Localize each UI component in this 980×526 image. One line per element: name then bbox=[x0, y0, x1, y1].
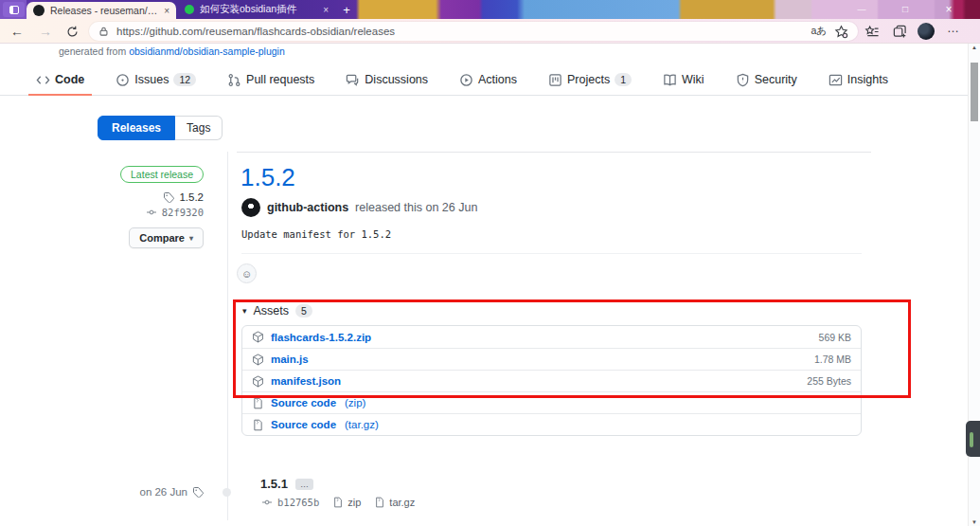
tag-icon bbox=[192, 486, 204, 498]
github-page: generated from obsidianmd/obsidian-sampl… bbox=[0, 44, 968, 526]
site-favicon bbox=[185, 5, 194, 14]
asset-row: Source code (zip) bbox=[242, 391, 861, 413]
projects-icon bbox=[548, 73, 562, 87]
close-tab-icon[interactable]: × bbox=[164, 6, 169, 16]
prev-release-title: 1.5.1 … bbox=[260, 477, 313, 491]
asset-size: 255 Bytes bbox=[807, 375, 851, 387]
lock-icon bbox=[98, 26, 109, 37]
translate-icon[interactable]: aあ bbox=[811, 25, 827, 38]
scroll-down-icon[interactable]: ▼ bbox=[969, 519, 980, 525]
new-tab-button[interactable]: + bbox=[338, 1, 355, 18]
repo-nav: Code Issues 12 Pull requests Discussions… bbox=[0, 64, 968, 96]
forward-button: → bbox=[36, 23, 55, 40]
prev-commit[interactable]: b12765b bbox=[260, 497, 319, 508]
reaction-button[interactable]: ☺ bbox=[237, 263, 257, 283]
tab-insights[interactable]: Insights bbox=[821, 64, 896, 95]
maximize-button[interactable]: □ bbox=[890, 0, 920, 18]
release-commit[interactable]: 82f9320 bbox=[145, 207, 204, 218]
file-zip-icon bbox=[252, 397, 264, 409]
tab-pull-requests[interactable]: Pull requests bbox=[220, 64, 322, 95]
tags-button[interactable]: Tags bbox=[175, 116, 223, 140]
file-zip-icon bbox=[374, 497, 385, 508]
chevron-down-icon: ▾ bbox=[189, 234, 193, 243]
prev-targz-asset[interactable]: tar.gz bbox=[374, 497, 415, 508]
file-zip-icon bbox=[332, 497, 344, 508]
release-date-text: released this on 26 Jun bbox=[355, 201, 477, 214]
scroll-up-icon[interactable]: ▲ bbox=[969, 45, 980, 50]
prev-release-link[interactable]: 1.5.1 bbox=[260, 477, 288, 491]
assets-count-badge: 5 bbox=[295, 304, 312, 317]
sample-plugin-link[interactable]: obsidianmd/obsidian-sample-plugin bbox=[129, 45, 285, 57]
tab-actions[interactable]: Actions bbox=[452, 64, 525, 95]
release-author[interactable]: github-actions bbox=[267, 201, 348, 214]
release-notes: Update manifest for 1.5.2 bbox=[241, 228, 391, 240]
prev-zip-asset[interactable]: zip bbox=[332, 497, 361, 508]
body-divider bbox=[241, 253, 862, 254]
address-bar[interactable]: https://github.com/reuseman/flashcards-o… bbox=[89, 22, 858, 41]
tab-title: Releases - reuseman/flashcards-o bbox=[50, 5, 158, 16]
asset-link[interactable]: manifest.json bbox=[271, 375, 341, 387]
favorites-star-icon[interactable] bbox=[834, 25, 848, 39]
asset-link[interactable]: main.js bbox=[271, 354, 309, 365]
minimize-button[interactable]: — bbox=[846, 0, 877, 18]
github-actions-avatar bbox=[241, 198, 260, 217]
tab-title: 如何安装obsidian插件 bbox=[200, 3, 317, 16]
pull-request-icon bbox=[227, 73, 241, 87]
timeline-line bbox=[227, 152, 228, 520]
close-window-button[interactable]: × bbox=[934, 0, 964, 18]
workspaces-icon bbox=[9, 6, 19, 14]
timeline-dot bbox=[223, 488, 231, 497]
favorites-list-icon[interactable] bbox=[864, 24, 881, 39]
latest-release-badge: Latest release bbox=[120, 166, 204, 183]
compare-button[interactable]: Compare ▾ bbox=[129, 227, 204, 248]
tab-issues[interactable]: Issues 12 bbox=[108, 64, 204, 95]
refresh-button[interactable] bbox=[62, 23, 81, 40]
tab-obsidian-guide[interactable]: 如何安装obsidian插件 × bbox=[178, 0, 335, 19]
package-icon bbox=[252, 354, 264, 366]
tab-discussions[interactable]: Discussions bbox=[338, 64, 436, 95]
asset-row: manifest.json 255 Bytes bbox=[242, 370, 861, 391]
asset-row: flashcards-1.5.2.zip 569 KB bbox=[242, 326, 861, 348]
back-button[interactable]: ← bbox=[8, 23, 27, 40]
tab-projects[interactable]: Projects 1 bbox=[541, 64, 639, 95]
tab-security[interactable]: Security bbox=[728, 64, 805, 95]
scrollbar-thumb[interactable] bbox=[971, 63, 978, 121]
expand-more-button[interactable]: … bbox=[295, 479, 313, 490]
release-title[interactable]: 1.5.2 bbox=[241, 163, 295, 192]
extension-indicator bbox=[970, 432, 973, 447]
discussions-icon bbox=[346, 73, 360, 87]
settings-menu-icon[interactable]: … bbox=[947, 21, 960, 35]
releases-button[interactable]: Releases bbox=[98, 116, 175, 140]
github-favicon bbox=[33, 5, 45, 16]
tag-icon bbox=[163, 191, 174, 203]
package-icon bbox=[252, 331, 264, 343]
asset-link[interactable]: flashcards-1.5.2.zip bbox=[271, 332, 371, 343]
url-text: https://github.com/reuseman/flashcards-o… bbox=[116, 26, 803, 37]
actions-icon bbox=[459, 73, 473, 87]
issue-icon bbox=[116, 73, 130, 87]
browser-window: Releases - reuseman/flashcards-o × 如何安装o… bbox=[0, 0, 980, 526]
section-divider bbox=[237, 152, 871, 153]
tab-bar: Releases - reuseman/flashcards-o × 如何安装o… bbox=[0, 0, 980, 19]
file-zip-icon bbox=[252, 419, 264, 431]
collections-icon[interactable] bbox=[891, 24, 908, 39]
extension-handle[interactable] bbox=[966, 421, 980, 457]
caret-down-icon: ▾ bbox=[242, 306, 247, 316]
projects-count-badge: 1 bbox=[615, 73, 632, 86]
asset-suffix[interactable]: (tar.gz) bbox=[345, 419, 379, 430]
commit-icon bbox=[260, 498, 274, 507]
asset-link[interactable]: Source code bbox=[271, 397, 336, 408]
wiki-icon bbox=[663, 73, 677, 87]
tab-wiki[interactable]: Wiki bbox=[655, 64, 712, 95]
asset-suffix[interactable]: (zip) bbox=[345, 397, 365, 408]
tab-code[interactable]: Code bbox=[28, 64, 92, 95]
description-text: generated from bbox=[59, 45, 126, 57]
close-tab-icon[interactable]: × bbox=[323, 5, 329, 15]
profile-avatar[interactable] bbox=[918, 23, 935, 40]
release-tag[interactable]: 1.5.2 bbox=[163, 191, 204, 203]
shield-icon bbox=[736, 73, 750, 87]
assets-header[interactable]: ▾ Assets 5 bbox=[242, 304, 312, 317]
tab-releases[interactable]: Releases - reuseman/flashcards-o × bbox=[27, 2, 176, 19]
asset-link[interactable]: Source code bbox=[271, 419, 336, 430]
tab-actions-button[interactable] bbox=[3, 2, 25, 17]
